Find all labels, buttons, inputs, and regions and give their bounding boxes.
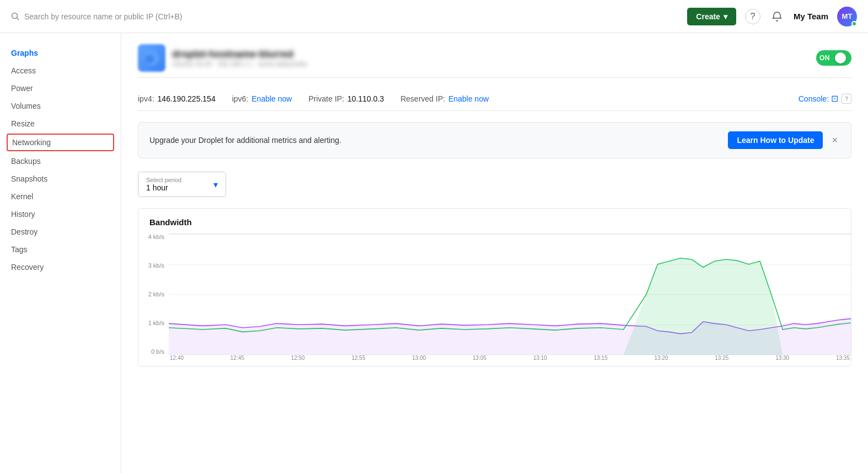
upgrade-banner-text: Upgrade your Droplet for additional metr… bbox=[149, 136, 341, 145]
ipv4-label: ipv4: bbox=[138, 94, 154, 103]
sidebar-item-recovery[interactable]: Recovery bbox=[0, 258, 121, 276]
chart-plot: 12:40 12:45 12:50 12:55 13:00 13:05 13:1… bbox=[169, 233, 851, 366]
x-tick-1250: 12:50 bbox=[291, 355, 305, 366]
upgrade-banner: Upgrade your Droplet for additional metr… bbox=[138, 122, 851, 158]
notifications-button[interactable] bbox=[769, 9, 785, 24]
console-label: Console: bbox=[799, 94, 829, 103]
x-tick-1310: 13:10 bbox=[533, 355, 547, 366]
toggle-label: ON bbox=[819, 54, 830, 62]
avatar[interactable]: MT bbox=[837, 7, 857, 26]
navbar: Search by resource name or public IP (Ct… bbox=[0, 0, 868, 33]
learn-how-button[interactable]: Learn How to Update bbox=[728, 131, 823, 149]
create-button[interactable]: Create ▾ bbox=[687, 8, 736, 25]
droplet-name: droplet-hostname-blurred bbox=[172, 49, 308, 60]
period-label: Select period bbox=[146, 177, 181, 183]
avatar-status-dot bbox=[851, 21, 857, 26]
chart-title: Bandwidth bbox=[138, 217, 851, 233]
x-tick-1305: 13:05 bbox=[473, 355, 486, 366]
private-ip-label: Private IP: bbox=[308, 94, 344, 103]
close-banner-button[interactable]: × bbox=[829, 132, 840, 148]
x-axis: 12:40 12:45 12:50 12:55 13:00 13:05 13:1… bbox=[169, 355, 851, 366]
sidebar-item-networking[interactable]: Networking bbox=[7, 134, 114, 151]
x-tick-1325: 13:25 bbox=[715, 355, 728, 366]
sidebar-item-access[interactable]: Access bbox=[0, 62, 121, 79]
x-tick-1330: 13:30 bbox=[775, 355, 789, 366]
navbar-right: Create ▾ ? My Team MT bbox=[687, 7, 857, 26]
sidebar-item-history[interactable]: History bbox=[0, 205, 121, 223]
console-help-button[interactable]: ? bbox=[842, 94, 851, 104]
droplet-info: droplet-hostname-blurred Ubuntu 20.04 · … bbox=[138, 44, 308, 72]
x-tick-1300: 13:00 bbox=[412, 355, 426, 366]
ipv6-enable-link[interactable]: Enable now bbox=[251, 94, 292, 103]
banner-actions: Learn How to Update × bbox=[728, 131, 840, 149]
droplet-icon bbox=[138, 44, 165, 72]
sidebar-item-backups[interactable]: Backups bbox=[0, 152, 121, 170]
private-ip-item: Private IP: 10.110.0.3 bbox=[308, 94, 384, 103]
sidebar-item-resize[interactable]: Resize bbox=[0, 115, 121, 132]
help-icon: ? bbox=[750, 12, 755, 22]
chart-svg bbox=[169, 234, 851, 355]
reserved-ip-item: Reserved IP: Enable now bbox=[400, 94, 489, 103]
droplet-details: droplet-hostname-blurred Ubuntu 20.04 · … bbox=[172, 49, 308, 68]
ipv6-item: ipv6: Enable now bbox=[232, 94, 292, 103]
private-ip-value: 10.110.0.3 bbox=[347, 94, 384, 103]
period-value: 1 hour bbox=[146, 183, 181, 192]
x-tick-1335: 13:35 bbox=[836, 355, 850, 366]
bandwidth-chart: Bandwidth 4 kb/s 3 kb/s 2 kb/s 1 kb/s 0 … bbox=[138, 208, 851, 366]
toggle-circle bbox=[835, 52, 846, 63]
chart-body: 4 kb/s 3 kb/s 2 kb/s 1 kb/s 0 b/s bbox=[138, 233, 851, 366]
x-tick-1315: 13:15 bbox=[594, 355, 608, 366]
y-label-0: 0 b/s bbox=[143, 348, 164, 355]
reserved-ip-label: Reserved IP: bbox=[400, 94, 445, 103]
console-icon: ⊡ bbox=[831, 93, 838, 104]
power-toggle[interactable]: ON bbox=[816, 50, 851, 66]
x-tick-1245: 12:45 bbox=[231, 355, 244, 366]
ipv6-label: ipv6: bbox=[232, 94, 249, 103]
y-axis: 4 kb/s 3 kb/s 2 kb/s 1 kb/s 0 b/s bbox=[138, 233, 169, 366]
y-label-2: 2 kb/s bbox=[143, 291, 164, 297]
toggle-switch[interactable]: ON bbox=[816, 50, 851, 66]
dropdown-arrow-icon: ▾ bbox=[213, 179, 218, 190]
search-bar[interactable]: Search by resource name or public IP (Ct… bbox=[11, 12, 687, 21]
droplet-meta: Ubuntu 20.04 · 192.168.1.1 · some-datace… bbox=[172, 60, 308, 68]
sidebar-item-destroy[interactable]: Destroy bbox=[0, 223, 121, 241]
sidebar-item-graphs[interactable]: Graphs bbox=[0, 44, 121, 62]
main-container: Graphs Access Power Volumes Resize Netwo… bbox=[0, 33, 868, 473]
search-icon bbox=[11, 12, 20, 21]
y-label-1: 1 kb/s bbox=[143, 320, 164, 326]
ipv4-item: ipv4: 146.190.225.154 bbox=[138, 94, 216, 103]
ipv4-value: 146.190.225.154 bbox=[158, 94, 216, 103]
sidebar-item-volumes[interactable]: Volumes bbox=[0, 97, 121, 115]
help-button[interactable]: ? bbox=[745, 9, 760, 24]
sidebar-item-snapshots[interactable]: Snapshots bbox=[0, 170, 121, 188]
svg-line-1 bbox=[17, 18, 19, 20]
ip-row: ipv4: 146.190.225.154 ipv6: Enable now P… bbox=[138, 87, 851, 111]
bell-icon bbox=[771, 11, 783, 22]
y-label-4: 4 kb/s bbox=[143, 233, 164, 240]
sidebar: Graphs Access Power Volumes Resize Netwo… bbox=[0, 33, 121, 473]
y-label-3: 3 kb/s bbox=[143, 262, 164, 269]
team-label: My Team bbox=[794, 12, 828, 21]
sidebar-item-power[interactable]: Power bbox=[0, 79, 121, 97]
period-dropdown[interactable]: Select period 1 hour ▾ bbox=[138, 172, 226, 197]
reserved-ip-enable-link[interactable]: Enable now bbox=[448, 94, 489, 103]
period-inner: Select period 1 hour bbox=[146, 177, 181, 192]
x-tick-1320: 13:20 bbox=[655, 355, 668, 366]
svg-point-0 bbox=[12, 13, 18, 18]
content-area: droplet-hostname-blurred Ubuntu 20.04 · … bbox=[121, 33, 868, 473]
svg-point-3 bbox=[145, 55, 154, 63]
sidebar-item-kernel[interactable]: Kernel bbox=[0, 188, 121, 205]
period-selector: Select period 1 hour ▾ bbox=[138, 172, 851, 197]
search-placeholder: Search by resource name or public IP (Ct… bbox=[24, 12, 182, 21]
sidebar-item-tags[interactable]: Tags bbox=[0, 241, 121, 258]
x-tick-1240: 12:40 bbox=[170, 355, 184, 366]
x-tick-1255: 12:55 bbox=[351, 355, 365, 366]
console-item: Console: ⊡ ? bbox=[799, 93, 851, 104]
droplet-header: droplet-hostname-blurred Ubuntu 20.04 · … bbox=[138, 33, 851, 78]
console-link[interactable]: Console: ⊡ bbox=[799, 93, 838, 104]
